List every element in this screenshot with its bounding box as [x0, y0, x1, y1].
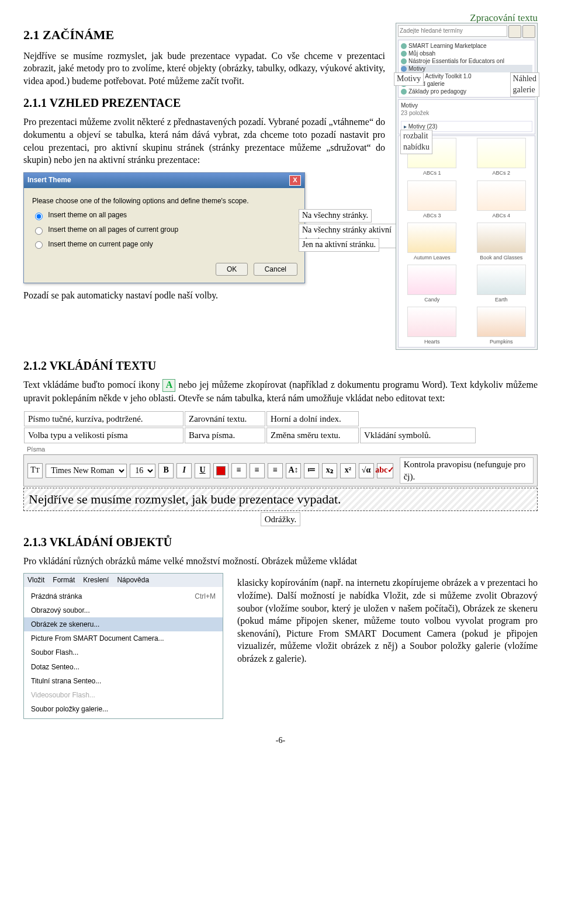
symbol-button[interactable]: √α	[359, 463, 374, 478]
text-direction-button[interactable]: A↕	[286, 463, 301, 478]
text-insert-paragraph: Text vkládáme buďto pomocí ikony A nebo …	[23, 378, 538, 405]
expand-row[interactable]: ▸ Motivy (23) rozbalit nabídku	[401, 121, 532, 133]
menu-item[interactable]: Dotaz Senteo...	[24, 660, 223, 674]
font-color-button[interactable]	[213, 463, 228, 478]
heading-2-1-2: 2.1.2 VKLÁDÁNÍ TEXTU	[23, 358, 538, 374]
font-toolbar: Písma TT Times New Roman 16 B I U ≡ ≡ ≡ …	[23, 444, 538, 526]
h1-num: 2.1	[23, 27, 43, 42]
radio-current-page[interactable]: Insert theme on current page only Jen na…	[32, 239, 296, 249]
font-family-select[interactable]: Times New Roman	[46, 464, 127, 478]
cancel-button[interactable]: Cancel	[254, 263, 297, 276]
annot-align: Zarovnání textu.	[185, 411, 265, 426]
section-title: Motivy	[401, 102, 532, 110]
menu-item: Videosoubor Flash...	[24, 688, 223, 702]
after-dialog-paragraph: Pozadí se pak automaticky nastaví podle …	[23, 289, 385, 302]
annot-motivy: Motivy	[394, 72, 424, 86]
tree-item[interactable]: Základy pro pedagogy	[408, 88, 466, 95]
subscript-button[interactable]: x₂	[322, 463, 337, 478]
dialog-title: Insert Theme	[27, 175, 71, 186]
letter-a-icon: A	[162, 379, 175, 392]
tree-item[interactable]: Můj obsah	[408, 50, 435, 57]
search-go-icon[interactable]	[522, 25, 535, 38]
gallery-section: Motivy 23 položek ▸ Motivy (23) rozbalit…	[398, 99, 535, 135]
text-a: Text vkládáme buďto pomocí ikony	[23, 380, 162, 390]
format-annot-row2: Volba typu a velikosti písma Barva písma…	[23, 427, 538, 443]
heading-2-1-3: 2.1.3 VKLÁDÁNÍ OBJEKTŮ	[23, 534, 538, 550]
align-left-button[interactable]: ≡	[231, 463, 247, 478]
radio-label: Insert theme on all pages of current gro…	[48, 225, 178, 234]
h1-cap: Z	[43, 27, 51, 42]
gallery-search-input[interactable]	[398, 25, 507, 37]
radio-group-pages[interactable]: Insert theme on all pages of current gro…	[32, 225, 296, 235]
thumb[interactable]	[407, 307, 456, 337]
menu-item[interactable]: Obrazový soubor...	[24, 603, 223, 617]
bold-button[interactable]: B	[158, 463, 174, 478]
tree-item[interactable]: Nástroje Essentials for Educators onl	[408, 58, 504, 64]
intro-paragraph: Nejdříve se musíme rozmyslet, jak bude p…	[23, 50, 385, 88]
annot-font-type-size: Volba typu a velikosti písma	[24, 428, 183, 443]
annot-font-color: Barva písma.	[185, 428, 265, 443]
thumb[interactable]	[477, 138, 526, 168]
underline-button[interactable]: U	[195, 463, 210, 478]
insert-theme-dialog: Insert Theme X Please choose one of the …	[23, 172, 305, 284]
section-count: 23 položek	[401, 109, 532, 117]
menu-item[interactable]: Titulní strana Senteo...	[24, 674, 223, 688]
objects-lead: Pro vkládání různých obrázků máme velké …	[23, 555, 538, 568]
gallery-thumbs: ABCs 1 ABCs 2 ABCs 3 ABCs 4 Autumn Leave…	[398, 136, 535, 348]
menu-item[interactable]: Picture From SMART Document Camera...	[24, 631, 223, 645]
italic-button[interactable]: I	[176, 463, 192, 478]
tree-item[interactable]: Motivy	[408, 65, 425, 72]
menu-bar-item[interactable]: Vložit	[27, 575, 44, 585]
bullets-button[interactable]: ≔	[304, 463, 319, 478]
panel-label: Písma	[23, 444, 538, 455]
annot-odrazky: Odrážky.	[261, 512, 300, 526]
annot-nahled: Náhled galerie	[510, 72, 539, 97]
radio-label: Insert theme on all pages	[48, 211, 127, 219]
thumb[interactable]	[477, 180, 526, 211]
objects-paragraph: klasicky kopírováním (např. na internetu…	[237, 576, 538, 665]
format-annot-row1: Písmo tučné, kurzíva, podtržené. Zarovná…	[23, 411, 538, 427]
vlozit-menu: Vložit Formát Kreslení Nápověda Prázdná …	[23, 573, 223, 719]
menu-item[interactable]: Soubor položky galerie...	[24, 702, 223, 716]
menu-bar-item[interactable]: Nápověda	[117, 575, 149, 585]
search-icon[interactable]	[508, 25, 521, 38]
radio-all-pages[interactable]: Insert theme on all pages Na všechny str…	[32, 210, 296, 220]
annot-sup-sub: Horní a dolní index.	[266, 411, 359, 426]
dialog-prompt: Please choose one of the following optio…	[32, 196, 296, 206]
menu-bar-item[interactable]: Formát	[53, 575, 75, 585]
thumb[interactable]	[407, 223, 456, 253]
align-center-button[interactable]: ≡	[250, 463, 265, 478]
spellcheck-note: Kontrola pravopisu (nefunguje pro čj).	[400, 457, 534, 484]
annot-bold-italic: Písmo tučné, kurzíva, podtržené.	[24, 411, 183, 426]
expand-label: Motivy (23)	[408, 123, 437, 130]
thumb[interactable]	[407, 180, 456, 211]
gallery-panel: SMART Learning Marketplace Můj obsah Nás…	[396, 23, 538, 350]
thumb[interactable]	[477, 307, 526, 337]
example-text: Nejdříve se musíme rozmyslet, jak bude p…	[23, 488, 538, 511]
thumb[interactable]	[407, 265, 456, 295]
superscript-button[interactable]: x²	[340, 463, 355, 478]
font-picker-icon[interactable]: TT	[27, 463, 43, 478]
radio-label: Insert theme on current page only	[48, 240, 153, 248]
font-size-select[interactable]: 16	[130, 464, 155, 478]
menu-item[interactable]: Soubor Flash...	[24, 645, 223, 659]
page-number: -6-	[23, 735, 538, 746]
spellcheck-button[interactable]: abc✓	[377, 463, 393, 478]
menu-bar-item[interactable]: Kreslení	[83, 575, 109, 585]
h1-rest: AČÍNÁME	[51, 27, 115, 42]
menu-item[interactable]: Obrázek ze skeneru...	[24, 617, 223, 631]
thumb[interactable]	[477, 265, 526, 295]
close-icon[interactable]: X	[289, 175, 301, 186]
thumb[interactable]	[477, 223, 526, 253]
ok-button[interactable]: OK	[216, 263, 248, 276]
menu-item[interactable]: Prázdná stránkaCtrl+M	[24, 589, 223, 603]
heading-2-1-1: 2.1.1 VZHLED PREZENTACE	[23, 95, 385, 111]
annot-symbols: Vkládání symbolů.	[360, 428, 476, 443]
annot-text-direction: Změna směru textu.	[266, 428, 359, 443]
align-right-button[interactable]: ≡	[268, 463, 283, 478]
tree-item[interactable]: SMART Learning Marketplace	[408, 43, 487, 49]
vzhled-paragraph: Pro prezentaci můžeme zvolit některé z p…	[23, 116, 385, 166]
heading-2-1: 2.1 ZAČÍNÁME	[23, 26, 385, 44]
annot-rozbalit: rozbalit nabídku	[400, 130, 432, 154]
callout-all: Na všechny stránky.	[299, 209, 372, 223]
